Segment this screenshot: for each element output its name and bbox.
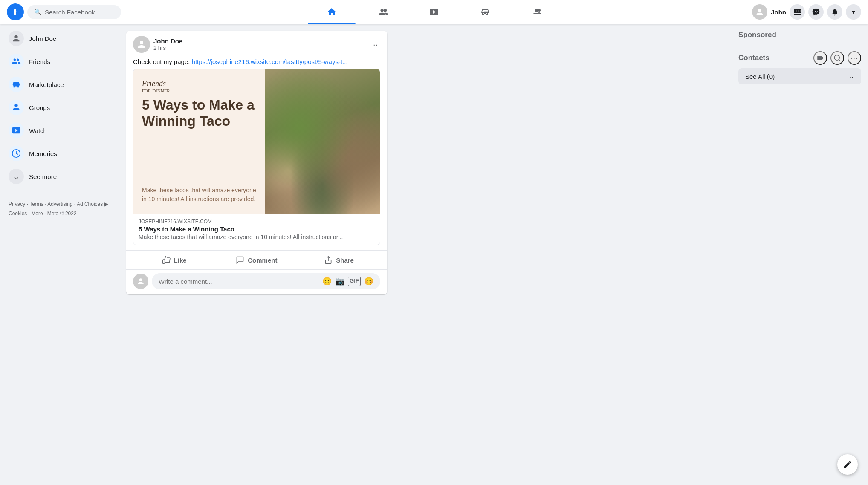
svg-point-0: [535, 9, 538, 12]
comment-button[interactable]: Comment: [215, 252, 298, 268]
sidebar-profile-label: John Doe: [29, 35, 56, 42]
post-actions: Like Comment Share: [126, 250, 387, 269]
contacts-more-button[interactable]: ···: [848, 51, 861, 65]
search-bar[interactable]: 🔍: [27, 5, 121, 19]
sidebar-friends-label: Friends: [29, 58, 50, 65]
footer-more[interactable]: More: [31, 211, 43, 217]
svg-rect-10: [796, 14, 799, 15]
compose-button[interactable]: [837, 454, 858, 475]
marketplace-sidebar-icon: [9, 77, 24, 92]
search-input[interactable]: [45, 9, 114, 16]
post-link[interactable]: https://josephine216.wixsite.com/tasttty…: [192, 58, 348, 65]
footer-copyright: Meta © 2022: [47, 211, 77, 217]
contacts-video-button[interactable]: [813, 51, 827, 65]
nav-groups-button[interactable]: [512, 2, 560, 22]
sidebar-item-see-more[interactable]: ⌄ See more: [3, 165, 116, 188]
svg-point-13: [14, 104, 17, 107]
svg-point-15: [140, 41, 143, 44]
feed: John Doe 2 hrs ··· Check out my page: ht…: [119, 24, 394, 485]
post-body: Check out my page: https://josephine216.…: [126, 58, 387, 250]
sticker-icon[interactable]: 😊: [364, 277, 373, 286]
like-button[interactable]: Like: [133, 252, 215, 268]
share-button[interactable]: Share: [298, 252, 380, 268]
sidebar-item-friends[interactable]: Friends: [3, 50, 116, 72]
svg-rect-6: [794, 11, 796, 13]
nav-home-button[interactable]: [308, 2, 356, 22]
post-author-info: John Doe 2 hrs: [153, 38, 182, 51]
link-domain: JOSEPHINE216.WIXSITE.COM: [139, 219, 375, 225]
footer-advertising[interactable]: Advertising: [47, 201, 72, 207]
see-all-button[interactable]: See All (0) ⌄: [738, 68, 861, 84]
notifications-button[interactable]: [827, 4, 842, 20]
see-more-sidebar-icon: ⌄: [9, 169, 24, 184]
comment-icons: 🙂 📷 GIF 😊: [322, 277, 373, 286]
emoji-icon[interactable]: 🙂: [322, 277, 332, 286]
sidebar-marketplace-label: Marketplace: [29, 81, 64, 88]
nav-watch-button[interactable]: [410, 2, 458, 22]
nav-center: [126, 2, 742, 22]
link-meta-excerpt: Make these tacos that will amaze everyon…: [139, 234, 375, 240]
facebook-logo[interactable]: f: [7, 3, 24, 20]
nav-left: f 🔍: [7, 3, 126, 20]
sidebar-memories-label: Memories: [29, 150, 57, 157]
ellipsis-icon: ···: [851, 54, 858, 63]
post-more-button[interactable]: ···: [373, 40, 380, 49]
post-header: John Doe 2 hrs ···: [126, 31, 387, 58]
gif-icon[interactable]: GIF: [348, 277, 361, 286]
share-label: Share: [336, 257, 354, 264]
link-preview-brand-wrap: Friends FOR DINNER 5 Ways to Make a Winn…: [142, 79, 257, 136]
post-header-left: John Doe 2 hrs: [133, 36, 182, 53]
svg-point-12: [14, 35, 17, 38]
comment-label: Comment: [248, 257, 277, 264]
svg-point-2: [758, 9, 761, 12]
sidebar-item-memories[interactable]: Memories: [3, 142, 116, 165]
sidebar-groups-label: Groups: [29, 104, 50, 111]
taco-image: [265, 69, 380, 214]
search-icon: 🔍: [34, 9, 41, 15]
nav-friends-button[interactable]: [359, 2, 407, 22]
post-text-prefix: Check out my page:: [133, 58, 192, 65]
apps-button[interactable]: [790, 4, 805, 20]
footer-privacy[interactable]: Privacy: [9, 201, 25, 207]
account-menu-button[interactable]: ▼: [846, 4, 861, 20]
link-preview-description: Make these tacos that will amaze everyon…: [142, 186, 257, 204]
camera-icon[interactable]: 📷: [335, 277, 344, 286]
search-contacts-icon: [833, 54, 841, 62]
svg-point-17: [139, 278, 142, 281]
contacts-action-icons: ···: [813, 51, 861, 65]
post-text: Check out my page: https://josephine216.…: [133, 58, 380, 65]
taco-visual: [265, 69, 380, 214]
sidebar-item-groups[interactable]: Groups: [3, 96, 116, 118]
home-icon: [327, 7, 337, 17]
sidebar-item-watch[interactable]: Watch: [3, 119, 116, 141]
nav-marketplace-button[interactable]: [461, 2, 509, 22]
sidebar-item-marketplace[interactable]: Marketplace: [3, 73, 116, 95]
comment-input-wrap[interactable]: 🙂 📷 GIF 😊: [152, 273, 380, 289]
edit-icon: [843, 460, 852, 469]
svg-rect-3: [794, 9, 796, 11]
share-icon: [324, 256, 333, 264]
footer-terms[interactable]: Terms: [29, 201, 43, 207]
user-avatar: [752, 4, 767, 20]
post-card: John Doe 2 hrs ··· Check out my page: ht…: [126, 31, 387, 294]
messenger-button[interactable]: [808, 4, 824, 20]
sidebar-item-profile[interactable]: John Doe: [3, 27, 116, 49]
svg-rect-5: [799, 9, 801, 11]
post-author-name[interactable]: John Doe: [153, 38, 182, 45]
contacts-header: Contacts ···: [738, 51, 861, 65]
post-author-avatar: [133, 36, 150, 53]
see-all-chevron-icon: ⌄: [849, 72, 854, 80]
nav-right: John ▼: [742, 4, 861, 20]
post-time: 2 hrs: [153, 45, 182, 51]
top-navigation: f 🔍 John: [0, 0, 868, 24]
contacts-search-button[interactable]: [830, 51, 844, 65]
comment-input[interactable]: [159, 278, 322, 285]
comment-box: 🙂 📷 GIF 😊: [126, 269, 387, 294]
footer-cookies[interactable]: Cookies: [9, 211, 27, 217]
link-meta: JOSEPHINE216.WIXSITE.COM 5 Ways to Make …: [133, 214, 380, 245]
footer-adchoices[interactable]: Ad Choices ▶: [77, 201, 108, 207]
svg-rect-8: [799, 11, 801, 13]
user-profile-button[interactable]: John: [752, 4, 786, 20]
sponsored-title: Sponsored: [738, 31, 861, 39]
link-preview[interactable]: Friends FOR DINNER 5 Ways to Make a Winn…: [133, 69, 380, 245]
